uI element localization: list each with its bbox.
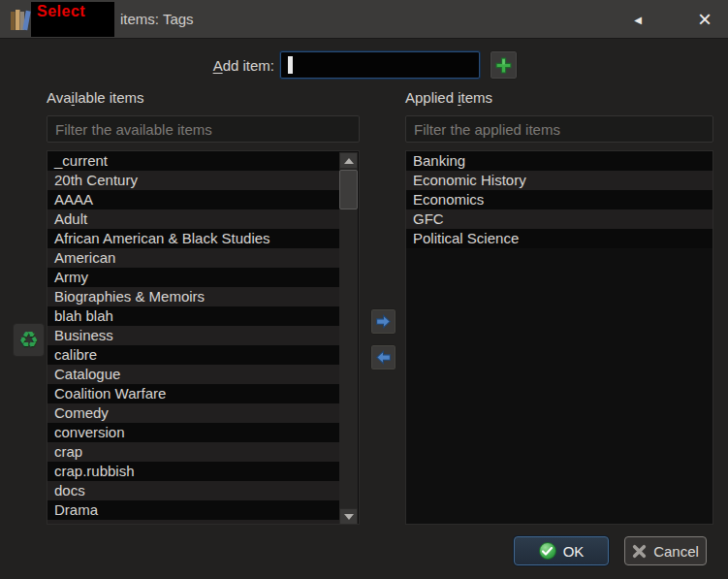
applied-filter-input[interactable] [405, 115, 713, 143]
list-item[interactable]: Biographies & Memoirs [47, 287, 340, 306]
list-item[interactable]: _current [47, 151, 340, 171]
list-item[interactable]: Comedy [47, 403, 340, 423]
list-item[interactable]: blah blah [47, 306, 340, 326]
window-title: items: Tags [120, 0, 194, 39]
list-item[interactable]: Banking [406, 151, 712, 171]
list-item[interactable]: Army [47, 268, 340, 287]
scrollbar-down-button[interactable] [339, 508, 358, 525]
list-item[interactable]: African American & Black Studies [47, 229, 340, 248]
add-item-input[interactable] [281, 52, 479, 78]
available-items-label: Available items [47, 89, 144, 106]
scrollbar-thumb[interactable] [339, 170, 358, 209]
text-cursor [288, 56, 293, 74]
list-item-partial[interactable] [47, 520, 340, 525]
plus-icon [495, 57, 512, 74]
list-item[interactable]: Drama [47, 500, 340, 520]
apply-item-button[interactable] [370, 308, 396, 335]
delete-item-button[interactable]: ♻ [13, 323, 45, 357]
triangle-up-icon [344, 158, 354, 164]
arrow-left-icon [375, 349, 392, 366]
available-filter-input[interactable] [47, 115, 360, 143]
collapse-arrow-icon[interactable]: ◀ [624, 0, 651, 39]
unapply-item-button[interactable] [370, 344, 396, 370]
close-icon[interactable]: × [688, 0, 721, 39]
list-item[interactable]: Coalition Warfare [47, 384, 340, 403]
applied-items-label: Applied items [405, 89, 492, 106]
select-items-dialog: Select items: Tags ◀ × Add item: Availab… [0, 0, 728, 579]
x-icon [632, 544, 647, 559]
triangle-down-icon [344, 514, 354, 520]
list-item[interactable]: Economic History [406, 171, 712, 190]
annotation-label: Select [31, 2, 114, 20]
cancel-button-label: Cancel [653, 543, 699, 560]
list-item[interactable]: conversion [47, 423, 340, 442]
scrollbar-up-button[interactable] [339, 152, 358, 169]
list-item[interactable]: AAAA [47, 190, 340, 209]
list-item[interactable]: crap.rubbish [47, 462, 340, 481]
applied-items-list: BankingEconomic HistoryEconomicsGFCPolit… [405, 150, 713, 525]
ok-button-label: OK [563, 543, 585, 560]
list-item[interactable]: docs [47, 481, 340, 500]
list-item[interactable]: 20th Century [47, 171, 340, 190]
add-item-label: Add item: [174, 57, 274, 74]
annotation-overlay: Select [31, 2, 114, 37]
ok-button[interactable]: OK [514, 536, 609, 565]
list-item[interactable]: Economics [406, 190, 712, 209]
recycle-icon: ♻ [18, 329, 39, 351]
list-item[interactable]: calibre [47, 345, 340, 365]
check-icon [539, 542, 556, 560]
calibre-library-icon [10, 7, 33, 32]
title-bar: Select items: Tags ◀ × [0, 0, 728, 39]
list-item[interactable]: GFC [406, 209, 712, 229]
available-list-scrollbar[interactable] [339, 152, 358, 525]
list-item[interactable]: Adult [47, 209, 340, 229]
add-item-button[interactable] [490, 50, 518, 80]
arrow-right-icon [375, 313, 392, 330]
list-item[interactable]: crap [47, 442, 340, 462]
list-item[interactable]: American [47, 248, 340, 268]
cancel-button[interactable]: Cancel [624, 536, 707, 565]
available-items-list: _current20th CenturyAAAAAdultAfrican Ame… [47, 150, 360, 525]
list-item[interactable]: Political Science [406, 229, 712, 248]
add-item-input-wrap [280, 51, 480, 79]
list-item[interactable]: Business [47, 326, 340, 345]
list-item[interactable]: Catalogue [47, 365, 340, 384]
